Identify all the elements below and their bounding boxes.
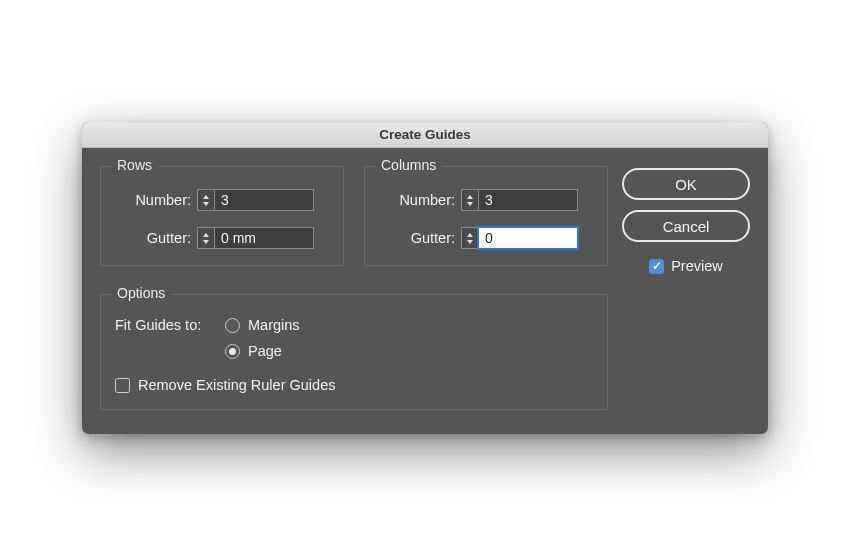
- rows-number-stepper[interactable]: [197, 189, 214, 211]
- columns-number-label: Number:: [379, 192, 455, 208]
- columns-gutter-row: Gutter:: [379, 227, 593, 249]
- chevron-up-icon: [467, 233, 473, 237]
- create-guides-dialog: Create Guides Rows Number:: [82, 122, 768, 434]
- chevron-down-icon: [203, 240, 209, 244]
- columns-legend: Columns: [375, 157, 442, 173]
- chevron-down-icon: [467, 240, 473, 244]
- options-legend: Options: [111, 285, 171, 301]
- columns-fieldset: Columns Number: Gutter:: [364, 166, 608, 266]
- columns-gutter-label: Gutter:: [379, 230, 455, 246]
- main-column: Rows Number: Gutter:: [100, 166, 608, 410]
- chevron-down-icon: [203, 202, 209, 206]
- fit-margins-row: Fit Guides to: Margins: [115, 317, 593, 333]
- columns-number-stepper[interactable]: [461, 189, 478, 211]
- rows-columns-row: Rows Number: Gutter:: [100, 166, 608, 266]
- options-fieldset: Options Fit Guides to: Margins Page: [100, 294, 608, 410]
- rows-gutter-label: Gutter:: [115, 230, 191, 246]
- rows-gutter-row: Gutter:: [115, 227, 329, 249]
- dialog-titlebar: Create Guides: [82, 122, 768, 148]
- remove-existing-row: Remove Existing Ruler Guides: [115, 377, 593, 393]
- cancel-button[interactable]: Cancel: [622, 210, 750, 242]
- preview-checkbox[interactable]: [649, 259, 664, 274]
- rows-number-label: Number:: [115, 192, 191, 208]
- dialog-buttons: OK Cancel Preview: [622, 166, 750, 410]
- chevron-up-icon: [203, 195, 209, 199]
- rows-legend: Rows: [111, 157, 158, 173]
- fit-page-row: Page: [115, 343, 593, 359]
- chevron-down-icon: [467, 202, 473, 206]
- remove-existing-checkbox[interactable]: [115, 378, 130, 393]
- rows-gutter-stepper[interactable]: [197, 227, 214, 249]
- rows-number-input[interactable]: [214, 189, 314, 211]
- fit-margins-label: Margins: [248, 317, 300, 333]
- columns-number-row: Number:: [379, 189, 593, 211]
- chevron-up-icon: [203, 233, 209, 237]
- rows-number-row: Number:: [115, 189, 329, 211]
- rows-fieldset: Rows Number: Gutter:: [100, 166, 344, 266]
- remove-existing-label: Remove Existing Ruler Guides: [138, 377, 335, 393]
- options-inner: Fit Guides to: Margins Page Remove Exist…: [115, 317, 593, 393]
- dialog-content: Rows Number: Gutter:: [82, 148, 768, 434]
- columns-gutter-input[interactable]: [478, 227, 578, 249]
- fit-page-radio[interactable]: [225, 344, 240, 359]
- columns-number-input[interactable]: [478, 189, 578, 211]
- fit-margins-radio[interactable]: [225, 318, 240, 333]
- fit-guides-label: Fit Guides to:: [115, 317, 217, 333]
- chevron-up-icon: [467, 195, 473, 199]
- rows-gutter-input[interactable]: [214, 227, 314, 249]
- preview-label: Preview: [671, 258, 723, 274]
- dialog-title: Create Guides: [379, 127, 471, 142]
- columns-gutter-stepper[interactable]: [461, 227, 478, 249]
- fit-page-label: Page: [248, 343, 282, 359]
- preview-row: Preview: [622, 258, 750, 274]
- ok-button[interactable]: OK: [622, 168, 750, 200]
